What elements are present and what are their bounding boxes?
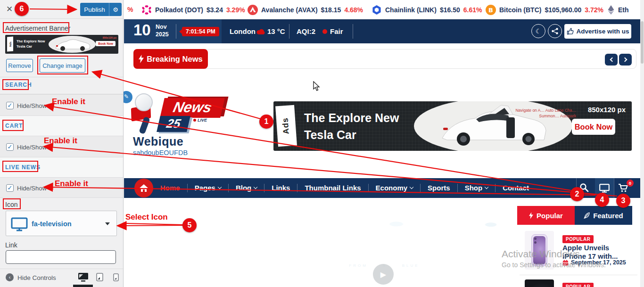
remove-button[interactable]: Remove bbox=[6, 59, 33, 72]
play-button[interactable]: ▶ bbox=[373, 264, 394, 285]
aqi-status-label: Fair bbox=[330, 27, 343, 35]
divider bbox=[176, 24, 176, 39]
popular-badge: POPULAR bbox=[562, 283, 594, 287]
cart-hide-show-checkbox[interactable]: ✓ bbox=[6, 143, 14, 151]
cloud-icon bbox=[256, 29, 265, 35]
aqi-label: AQI:2 bbox=[297, 27, 315, 35]
nav-item-thumbnail-links[interactable]: Thumbnail Links bbox=[297, 184, 368, 192]
link-input[interactable] bbox=[6, 250, 116, 264]
tab-featured[interactable]: Featured bbox=[575, 206, 632, 225]
popular-badge: POPULAR bbox=[562, 235, 594, 243]
banner-thumb-title: The Explore NewTesla Car bbox=[17, 39, 45, 49]
mouse-cursor bbox=[313, 81, 321, 91]
chevron-down-icon bbox=[105, 222, 110, 225]
tab-popular[interactable]: Popular bbox=[517, 206, 575, 225]
ad-feature-list: Navigate on A… Auto Lane Cha… Summon… Au… bbox=[505, 107, 576, 119]
logo-live-label: LIVE bbox=[193, 118, 207, 123]
ticker-coin-avalanche[interactable]: Avalanche (AVAX) $18.15 4.68% bbox=[248, 0, 363, 19]
advertise-label: Advertise with us bbox=[577, 28, 629, 35]
nav-item-economy[interactable]: Economy bbox=[368, 184, 421, 192]
chevron-down-icon bbox=[410, 185, 413, 189]
change-image-button[interactable]: Change image bbox=[40, 58, 85, 73]
live-news-section-row: LIVE NEWS bbox=[0, 157, 123, 177]
windows-watermark-line2: Go to Settings to activate Windows. bbox=[502, 261, 606, 269]
gear-icon[interactable]: ⚙ bbox=[109, 6, 122, 13]
page-scrollbar[interactable] bbox=[640, 0, 644, 287]
advertise-button[interactable]: Advertise with us bbox=[564, 24, 631, 39]
banner-thumb-cta: Book Now bbox=[96, 41, 116, 46]
crypto-ticker: % Polkadot (DOT) $3.24 3.29% Avalanche (… bbox=[124, 0, 640, 19]
nav-item-contact[interactable]: Contact bbox=[495, 184, 536, 192]
lightning-icon bbox=[529, 212, 533, 219]
article-thumbnail[interactable] bbox=[525, 279, 554, 287]
quill-icon bbox=[584, 212, 590, 219]
ticker-coin-chainlink[interactable]: Chainlink (LINK) $16.50 6.61% bbox=[372, 0, 482, 19]
banner-thumb-car-image bbox=[49, 36, 96, 53]
site-logo[interactable]: News 25 LIVE Webique sabdoubEOUFDB bbox=[127, 90, 264, 158]
date-weather-bar: 10 Nov2025 7:01:54 PM London 13 °C AQI:2… bbox=[124, 19, 640, 43]
active-device-underline bbox=[73, 285, 93, 287]
nav-item-links[interactable]: Links bbox=[264, 184, 297, 192]
microphone-head bbox=[135, 93, 153, 111]
video-title: VIEW bbox=[263, 245, 505, 261]
collapse-icon[interactable]: ‹ bbox=[6, 273, 14, 281]
video-hero[interactable]: VIEW FROM A BLUE M ▶ N bbox=[263, 206, 505, 287]
share-button[interactable] bbox=[548, 24, 562, 38]
cart-section-label: CART bbox=[5, 123, 23, 129]
logo-number: 25 bbox=[157, 116, 190, 132]
nav-item-blog[interactable]: Blog bbox=[228, 184, 264, 192]
ticker-coin-polkadot[interactable]: Polkadot (DOT) $3.24 3.29% bbox=[141, 0, 245, 19]
breaking-news-bar: Breaking News bbox=[133, 49, 636, 69]
publish-button[interactable]: Publish ⚙ bbox=[80, 3, 122, 16]
ticker-coin-ethereum[interactable]: Eth bbox=[607, 0, 629, 19]
banner-section-title: Advertisement Banner bbox=[5, 25, 71, 32]
icon-section-label: Icon bbox=[5, 201, 17, 208]
nav-item-sports[interactable]: Sports bbox=[420, 184, 457, 192]
hide-controls-label[interactable]: Hide Controls bbox=[17, 274, 56, 281]
nav-item-pages[interactable]: Pages bbox=[187, 184, 228, 192]
banner-thumb-size: 850x120 px bbox=[103, 36, 116, 39]
mobile-preview-icon[interactable] bbox=[113, 273, 119, 283]
city-label: London bbox=[230, 27, 256, 35]
chevron-right-icon bbox=[622, 57, 627, 62]
customizer-footer: ‹ Hide Controls bbox=[0, 269, 123, 287]
cart-count-badge: 0 bbox=[627, 180, 634, 187]
annotation-circle-3: 3 bbox=[616, 194, 630, 208]
desktop-preview-icon[interactable] bbox=[78, 272, 89, 284]
ticker-next-button[interactable] bbox=[619, 54, 632, 66]
home-icon bbox=[140, 184, 148, 192]
home-button[interactable] bbox=[134, 179, 153, 197]
breaking-news-badge: Breaking News bbox=[133, 49, 208, 69]
nav-item-home[interactable]: Home bbox=[153, 184, 187, 192]
television-icon bbox=[11, 217, 28, 231]
polkadot-icon bbox=[141, 5, 152, 15]
main-navigation: Home Pages Blog Links Thumbnail Links Ec… bbox=[124, 178, 640, 198]
close-icon[interactable]: ✕ bbox=[6, 4, 13, 14]
icon-select-value: fa-television bbox=[32, 220, 72, 228]
advertisement-banner[interactable]: Ads The Explore New Tesla Car Navigate o… bbox=[273, 101, 632, 151]
dark-mode-toggle[interactable]: ☾ bbox=[531, 24, 545, 38]
scrollbar-thumb[interactable] bbox=[641, 21, 644, 64]
ads-vertical-label: Ads bbox=[275, 105, 297, 147]
tablet-preview-icon[interactable] bbox=[96, 273, 103, 283]
link-label: Link bbox=[5, 241, 17, 249]
divider bbox=[614, 178, 614, 198]
nav-item-shop[interactable]: Shop bbox=[457, 184, 495, 192]
breaking-news-label: Breaking News bbox=[147, 55, 202, 64]
cart-section-row: CART bbox=[0, 116, 123, 136]
date-month-year: Nov2025 bbox=[156, 23, 169, 38]
book-now-button[interactable]: Book Now bbox=[572, 119, 615, 135]
wave-foam bbox=[263, 219, 505, 231]
annotation-circle-2: 2 bbox=[570, 187, 584, 201]
icon-select-dropdown[interactable]: fa-television bbox=[6, 211, 117, 236]
video-letter-m: M bbox=[339, 269, 350, 284]
search-hide-show-checkbox[interactable]: ✓ bbox=[6, 102, 14, 109]
chevron-left-icon bbox=[610, 57, 614, 62]
ticker-prev-button[interactable] bbox=[605, 54, 618, 66]
ethereum-icon bbox=[607, 5, 615, 15]
live-news-hide-show-checkbox[interactable]: ✓ bbox=[6, 184, 14, 192]
search-hide-show-label: Hide/Show bbox=[17, 102, 47, 109]
bitcoin-icon: B bbox=[486, 5, 496, 15]
annotation-enable-it-3: Enable it bbox=[55, 179, 88, 189]
ticker-coin-bitcoin[interactable]: B Bitcoin (BTC) $105,960.00 3.72% bbox=[486, 0, 603, 19]
